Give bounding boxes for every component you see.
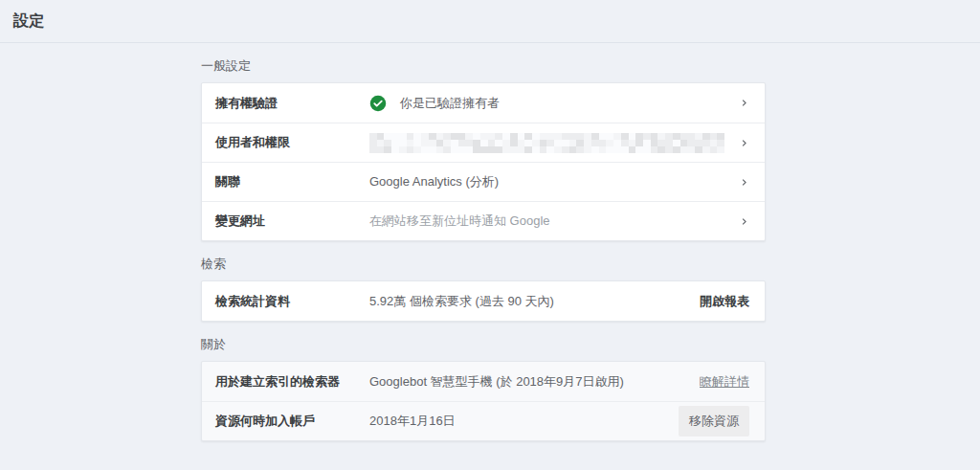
remove-property-button[interactable]: 移除資源 bbox=[679, 406, 749, 436]
page-title: 設定 bbox=[13, 11, 45, 32]
general-settings-card: 擁有權驗證 你是已驗證擁有者 使用者和權限 bbox=[201, 82, 766, 241]
chevron-right-icon bbox=[739, 216, 749, 227]
row-crawl-stats: 檢索統計資料 5.92萬 個檢索要求 (過去 90 天內) 開啟報表 bbox=[202, 281, 765, 321]
section-label-about: 關於 bbox=[201, 336, 766, 353]
redacted-value bbox=[369, 133, 724, 153]
row-label: 使用者和權限 bbox=[215, 134, 369, 151]
crawling-card: 檢索統計資料 5.92萬 個檢索要求 (過去 90 天內) 開啟報表 bbox=[201, 280, 766, 322]
about-card: 用於建立索引的檢索器 Googlebot 智慧型手機 (於 2018年9月7日啟… bbox=[201, 361, 766, 441]
row-value: Googlebot 智慧型手機 (於 2018年9月7日啟用) bbox=[369, 373, 688, 391]
row-value: 在網站移至新位址時通知 Google bbox=[369, 213, 727, 230]
verified-check-icon bbox=[369, 95, 387, 112]
row-change-of-address[interactable]: 變更網址 在網站移至新位址時通知 Google bbox=[202, 201, 765, 240]
page-header: 設定 bbox=[0, 0, 980, 43]
row-value: 5.92萬 個檢索要求 (過去 90 天內) bbox=[369, 293, 688, 310]
open-report-button[interactable]: 開啟報表 bbox=[700, 293, 749, 310]
row-label: 關聯 bbox=[215, 173, 369, 190]
row-label: 檢索統計資料 bbox=[215, 293, 369, 310]
verification-status-text: 你是已驗證擁有者 bbox=[400, 95, 500, 112]
row-label: 變更網址 bbox=[215, 213, 369, 230]
row-value: 2018年1月16日 bbox=[369, 413, 667, 430]
row-label: 擁有權驗證 bbox=[215, 95, 369, 112]
chevron-right-icon bbox=[739, 98, 749, 108]
chevron-right-icon bbox=[739, 138, 749, 148]
settings-content: 一般設定 擁有權驗證 你是已驗證擁有者 使用者和權限 bbox=[201, 57, 766, 441]
row-value: 你是已驗證擁有者 bbox=[369, 95, 727, 112]
row-associations[interactable]: 關聯 Google Analytics (分析) bbox=[202, 162, 765, 201]
section-label-crawling: 檢索 bbox=[201, 256, 766, 273]
row-ownership-verification[interactable]: 擁有權驗證 你是已驗證擁有者 bbox=[202, 83, 765, 123]
row-value: Google Analytics (分析) bbox=[369, 173, 727, 190]
chevron-right-icon bbox=[739, 177, 749, 188]
row-label: 用於建立索引的檢索器 bbox=[215, 373, 369, 391]
row-label: 資源何時加入帳戶 bbox=[215, 413, 369, 430]
section-label-general: 一般設定 bbox=[201, 57, 766, 75]
row-property-added-date: 資源何時加入帳戶 2018年1月16日 移除資源 bbox=[202, 401, 765, 440]
row-indexing-crawler: 用於建立索引的檢索器 Googlebot 智慧型手機 (於 2018年9月7日啟… bbox=[202, 362, 765, 401]
learn-more-link[interactable]: 瞭解詳情 bbox=[700, 373, 749, 391]
row-users-permissions[interactable]: 使用者和權限 bbox=[202, 123, 765, 162]
